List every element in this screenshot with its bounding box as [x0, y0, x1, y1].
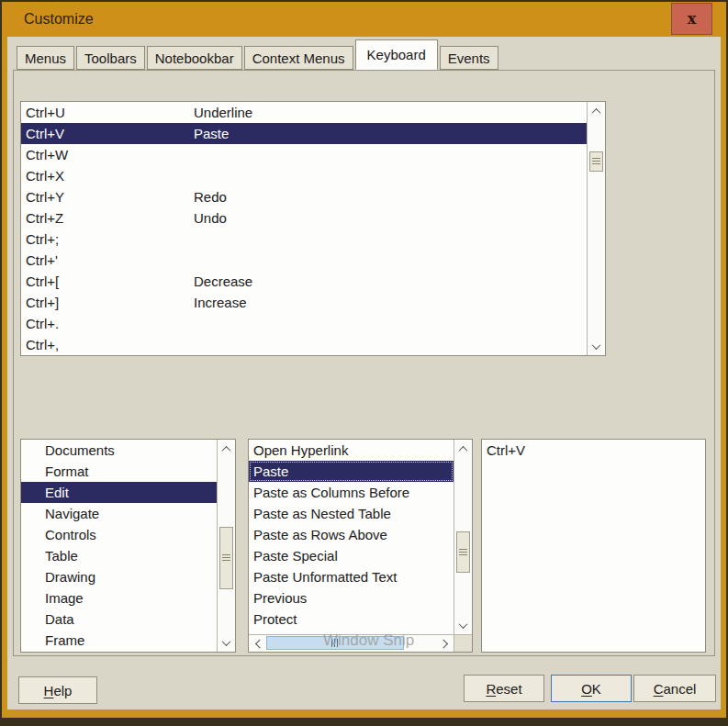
- function-item-paste-as-nested-table[interactable]: Paste as Nested Table: [249, 503, 454, 524]
- tab-toolbars[interactable]: Toolbars: [76, 46, 145, 70]
- shortcut-row[interactable]: Ctrl+': [21, 250, 587, 271]
- function-rows: Open HyperlinkPastePaste as Columns Befo…: [249, 440, 454, 634]
- function-item-paste-special[interactable]: Paste Special: [249, 545, 454, 566]
- shortcut-row[interactable]: Ctrl+.: [21, 313, 587, 334]
- window-title: Customize: [24, 2, 94, 37]
- tab-keyboard[interactable]: Keyboard: [355, 39, 438, 70]
- category-item-controls[interactable]: Controls: [21, 524, 217, 545]
- category-item-navigate[interactable]: Navigate: [21, 503, 217, 524]
- scroll-up-icon[interactable]: [588, 103, 605, 119]
- category-item-frame[interactable]: Frame: [21, 630, 217, 651]
- category-item-format[interactable]: Format: [21, 461, 217, 482]
- shortcut-key: Ctrl+': [21, 250, 194, 271]
- shortcut-command: Decrease: [194, 271, 587, 292]
- shortcut-key: Ctrl+;: [21, 229, 194, 250]
- shortcut-rows: Ctrl+UUnderlineCtrl+VPasteCtrl+WCtrl+XCt…: [21, 102, 587, 355]
- shortcut-row[interactable]: Ctrl+X: [21, 165, 587, 186]
- shortcut-command: Redo: [194, 186, 587, 207]
- shortcut-row[interactable]: Ctrl+,: [21, 334, 587, 355]
- tab-menus[interactable]: Menus: [17, 46, 74, 70]
- category-scrollbar[interactable]: [217, 440, 235, 652]
- reset-button[interactable]: Reset: [464, 675, 544, 702]
- category-item-data[interactable]: Data: [21, 609, 217, 630]
- scroll-down-icon[interactable]: [454, 617, 472, 633]
- shortcut-command: [194, 229, 587, 250]
- keys-list[interactable]: Ctrl+V: [481, 439, 706, 653]
- function-item-previous[interactable]: Previous: [249, 587, 454, 609]
- keys-item-ctrl+v[interactable]: Ctrl+V: [482, 440, 705, 461]
- shortcut-command: Underline: [194, 102, 587, 123]
- function-hscrollbar[interactable]: [249, 634, 454, 652]
- tab-bar: MenusToolbarsNotebookbarContext MenusKey…: [17, 40, 500, 70]
- tab-context-menus[interactable]: Context Menus: [244, 46, 353, 70]
- shortcut-command: Undo: [194, 207, 587, 229]
- function-item-open-hyperlink[interactable]: Open Hyperlink: [249, 440, 454, 461]
- shortcut-command: [194, 144, 587, 165]
- shortcut-command: [194, 334, 587, 355]
- category-item-documents[interactable]: Documents: [21, 440, 217, 461]
- shortcut-key: Ctrl+V: [21, 123, 194, 144]
- shortcut-row[interactable]: Ctrl+YRedo: [21, 186, 587, 207]
- shortcut-command: [194, 250, 587, 271]
- shortcut-key: Ctrl+]: [21, 292, 194, 313]
- category-list[interactable]: DocumentsFormatEditNavigateControlsTable…: [20, 439, 236, 653]
- shortcut-row[interactable]: Ctrl+ZUndo: [21, 207, 587, 229]
- help-button[interactable]: Help: [18, 676, 97, 704]
- shortcut-key: Ctrl+[: [21, 271, 194, 292]
- close-button[interactable]: x: [671, 3, 712, 35]
- category-rows: DocumentsFormatEditNavigateControlsTable…: [21, 440, 217, 652]
- shortcut-key: Ctrl+W: [21, 144, 194, 165]
- scroll-left-icon[interactable]: [250, 635, 266, 652]
- category-item-table[interactable]: Table: [21, 545, 217, 566]
- shortcut-key: Ctrl+Y: [21, 186, 194, 207]
- shortcut-key: Ctrl+X: [21, 165, 194, 186]
- function-item-paste[interactable]: Paste: [249, 461, 454, 482]
- shortcut-command: Increase: [194, 292, 587, 313]
- tab-notebookbar[interactable]: Notebookbar: [147, 46, 242, 70]
- scroll-up-icon[interactable]: [454, 441, 472, 457]
- shortcut-list-scrollbar[interactable]: [587, 102, 605, 355]
- tab-events[interactable]: Events: [440, 46, 498, 70]
- scrollbar-corner: [454, 634, 472, 652]
- category-item-image[interactable]: Image: [21, 587, 217, 609]
- shortcut-row[interactable]: Ctrl+UUnderline: [21, 102, 587, 123]
- function-scrollbar[interactable]: [454, 440, 472, 634]
- shortcut-keys-list[interactable]: Ctrl+UUnderlineCtrl+VPasteCtrl+WCtrl+XCt…: [20, 101, 606, 356]
- category-item-edit[interactable]: Edit: [21, 482, 217, 503]
- scroll-up-icon[interactable]: [218, 441, 235, 457]
- function-item-protect[interactable]: Protect: [249, 609, 454, 630]
- scroll-down-icon[interactable]: [218, 634, 235, 651]
- hscroll-thumb[interactable]: [266, 636, 404, 650]
- shortcut-key: Ctrl+U: [21, 102, 194, 123]
- keys-rows: Ctrl+V: [482, 440, 705, 652]
- cancel-button[interactable]: Cancel: [633, 675, 716, 702]
- shortcut-row[interactable]: Ctrl+]Increase: [21, 292, 587, 313]
- scroll-down-icon[interactable]: [588, 338, 605, 354]
- shortcut-command: Paste: [194, 123, 587, 144]
- ok-button[interactable]: OK: [551, 675, 632, 702]
- shortcut-row[interactable]: Ctrl+VPaste: [21, 123, 587, 144]
- function-item-paste-as-columns-before[interactable]: Paste as Columns Before: [249, 482, 454, 503]
- dialog-body: MenusToolbarsNotebookbarContext MenusKey…: [7, 37, 721, 709]
- close-icon: x: [688, 10, 697, 28]
- function-list[interactable]: Open HyperlinkPastePaste as Columns Befo…: [248, 439, 473, 653]
- scroll-thumb[interactable]: [589, 151, 603, 172]
- function-item-paste-as-rows-above[interactable]: Paste as Rows Above: [249, 524, 454, 545]
- shortcut-row[interactable]: Ctrl+[Decrease: [21, 271, 587, 292]
- shortcut-command: [194, 313, 587, 334]
- shortcut-command: [194, 165, 587, 186]
- function-item-paste-unformatted-text[interactable]: Paste Unformatted Text: [249, 566, 454, 587]
- window-bottom-frame: [2, 718, 726, 724]
- scroll-thumb[interactable]: [456, 531, 470, 573]
- customize-dialog: Customize x MenusToolbarsNotebookbarCont…: [0, 0, 728, 726]
- shortcut-key: Ctrl+,: [21, 334, 194, 355]
- shortcut-key: Ctrl+.: [21, 313, 194, 334]
- shortcut-key: Ctrl+Z: [21, 207, 194, 229]
- shortcut-row[interactable]: Ctrl+W: [21, 144, 587, 165]
- titlebar[interactable]: Customize: [2, 2, 726, 37]
- scroll-thumb[interactable]: [219, 527, 233, 589]
- category-item-drawing[interactable]: Drawing: [21, 566, 217, 587]
- shortcut-row[interactable]: Ctrl+;: [21, 229, 587, 250]
- scroll-right-icon[interactable]: [436, 635, 453, 652]
